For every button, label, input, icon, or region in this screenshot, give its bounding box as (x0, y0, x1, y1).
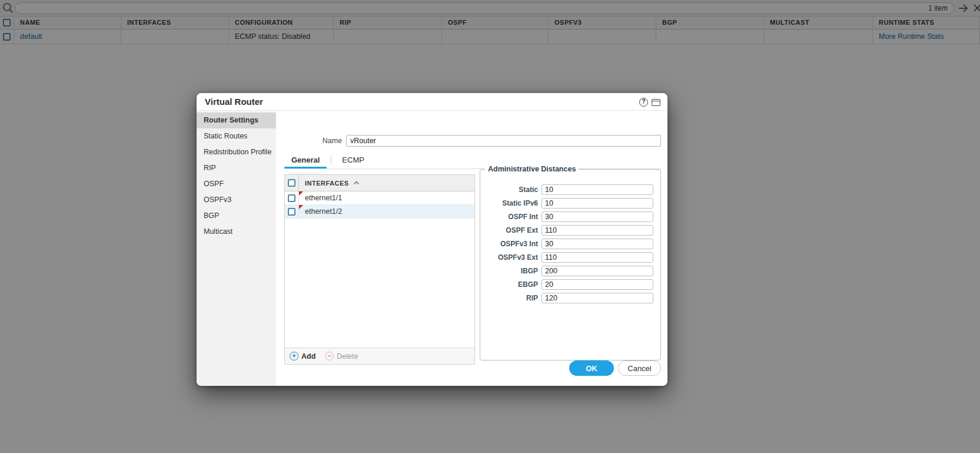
sidebar-item-static-routes[interactable]: Static Routes (197, 128, 276, 144)
field-row-ebgp: EBGP (480, 279, 660, 290)
ospf-int-label: OSPF Int (480, 213, 538, 221)
screen: 1 item NAME INTERFACES CONFIGURATION RIP… (0, 0, 980, 453)
delete-icon: − (325, 352, 334, 361)
interfaces-header-label: INTERFACES (305, 180, 349, 187)
tab-general[interactable]: General (284, 153, 327, 167)
rip-label: RIP (480, 294, 538, 302)
field-row-ibgp: IBGP (480, 266, 660, 276)
field-row-static-ipv6: Static IPv6 (480, 198, 660, 209)
sidebar-item-rip[interactable]: RIP (197, 160, 276, 176)
interfaces-sort-header[interactable]: INTERFACES (299, 180, 360, 187)
administrative-distances-legend: Administrative Distances (485, 165, 579, 173)
interface-name[interactable]: ethernet1/1 (299, 191, 474, 204)
administrative-distances-panel: Administrative Distances Static Static I… (480, 169, 661, 361)
ok-button[interactable]: OK (569, 361, 614, 376)
add-icon: + (290, 352, 298, 361)
tab-separator (331, 156, 331, 164)
ibgp-label: IBGP (480, 267, 538, 275)
ospf-ext-label: OSPF Ext (480, 226, 538, 234)
interfaces-footer: + Add − Delete (285, 348, 474, 364)
rip-input[interactable] (542, 293, 653, 303)
ebgp-label: EBGP (480, 280, 538, 289)
field-row-static: Static (480, 184, 660, 195)
interfaces-panel: INTERFACES ethernet1/1 ethernet1/2 + Add (284, 174, 475, 365)
ebgp-input[interactable] (542, 279, 653, 290)
ibgp-input[interactable] (542, 266, 653, 276)
add-button[interactable]: + Add (290, 352, 315, 361)
tab-bar: General ECMP (284, 153, 661, 169)
interface-checkbox[interactable] (285, 205, 299, 218)
sort-asc-icon (353, 181, 360, 185)
field-row-rip: RIP (480, 293, 660, 303)
window-icon[interactable] (652, 99, 660, 106)
sidebar-item-bgp[interactable]: BGP (197, 208, 276, 224)
ospfv3-int-input[interactable] (542, 239, 653, 249)
ospfv3-int-label: OSPFv3 Int (480, 240, 538, 248)
modified-marker-icon (299, 205, 303, 209)
help-icon[interactable]: ? (639, 98, 648, 107)
dialog-buttons: OK Cancel (569, 361, 661, 376)
interface-row-ethernet1-1[interactable]: ethernet1/1 (285, 191, 474, 205)
sidebar-item-ospfv3[interactable]: OSPFv3 (197, 192, 276, 208)
field-row-ospfv3-ext: OSPFv3 Ext (480, 252, 660, 263)
dialog-sidebar: Router Settings Static Routes Redistribu… (197, 111, 276, 386)
static-input[interactable] (542, 184, 653, 195)
interface-row-ethernet1-2[interactable]: ethernet1/2 (285, 205, 474, 219)
field-row-ospf-ext: OSPF Ext (480, 225, 660, 236)
interfaces-header: INTERFACES (285, 175, 474, 191)
name-label: Name (323, 137, 342, 145)
static-ipv6-label: Static IPv6 (480, 199, 538, 207)
virtual-router-dialog: Virtual Router ? Router Settings Static … (197, 93, 667, 386)
ospf-int-input[interactable] (542, 211, 653, 222)
cancel-button[interactable]: Cancel (618, 361, 661, 376)
ospfv3-ext-input[interactable] (542, 252, 653, 263)
ospfv3-ext-label: OSPFv3 Ext (480, 253, 538, 262)
sidebar-item-multicast[interactable]: Multicast (197, 224, 276, 240)
sidebar-item-redistribution-profile[interactable]: Redistribution Profile (197, 144, 276, 160)
delete-button[interactable]: − Delete (325, 352, 358, 361)
name-input[interactable] (346, 135, 661, 147)
dialog-header: Virtual Router ? (197, 93, 667, 111)
modified-marker-icon (299, 191, 303, 196)
field-row-ospfv3-int: OSPFv3 Int (480, 239, 660, 249)
interface-checkbox[interactable] (285, 191, 299, 204)
static-label: Static (480, 186, 538, 194)
dialog-title: Virtual Router (205, 93, 263, 111)
dialog-content: Name General ECMP INTERFACES e (276, 111, 667, 386)
field-row-ospf-int: OSPF Int (480, 211, 660, 222)
static-ipv6-input[interactable] (542, 198, 653, 209)
tab-ecmp[interactable]: ECMP (335, 153, 371, 167)
sidebar-item-router-settings[interactable]: Router Settings (197, 113, 276, 128)
sidebar-item-ospf[interactable]: OSPF (197, 176, 276, 192)
interfaces-select-all-checkbox[interactable] (285, 175, 299, 191)
ospf-ext-input[interactable] (542, 225, 653, 236)
name-field-row: Name (323, 135, 661, 147)
interface-name[interactable]: ethernet1/2 (299, 205, 474, 218)
